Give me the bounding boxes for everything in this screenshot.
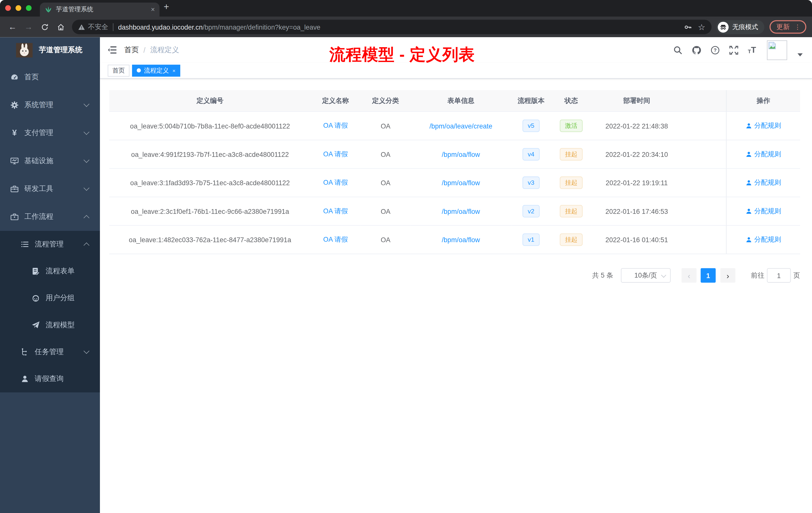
sidebar-item-label: 请假查询 xyxy=(35,374,64,384)
github-icon[interactable] xyxy=(692,45,701,55)
sidebar-item-label: 任务管理 xyxy=(35,348,64,357)
tag-close-icon[interactable]: × xyxy=(173,67,175,73)
status-badge: 激活 xyxy=(560,119,583,132)
form-link[interactable]: /bpm/oa/flow xyxy=(411,225,511,254)
avatar[interactable] xyxy=(767,40,787,60)
assign-rule-label: 分配规则 xyxy=(754,150,781,159)
page-content: 定义编号 定义名称 定义分类 表单信息 流程版本 状态 部署时间 操作 oa_l… xyxy=(100,79,812,513)
url-divider xyxy=(113,23,114,31)
table-header-row: 定义编号 定义名称 定义分类 表单信息 流程版本 状态 部署时间 操作 xyxy=(109,90,800,112)
sidebar-logo-row[interactable]: 芋道管理系统 xyxy=(0,37,100,63)
screen: 芋道管理系统 × + ← → 不安全 dashboard.yudao.iocod… xyxy=(0,0,812,513)
assign-rule-link[interactable]: 分配规则 xyxy=(746,178,781,187)
yen-icon: ¥ xyxy=(10,129,19,137)
form-link[interactable]: /bpm/oa/flow xyxy=(411,169,511,197)
definition-name-link[interactable]: OA 请假 xyxy=(311,225,360,254)
search-icon[interactable] xyxy=(673,45,683,55)
svg-text:?: ? xyxy=(714,47,717,53)
browser-update-button[interactable]: 更新 ⋮ xyxy=(770,20,806,34)
bookmark-star-icon[interactable]: ☆ xyxy=(698,22,705,32)
page-size-value: 10条/页 xyxy=(634,271,657,280)
tab-close-icon[interactable]: × xyxy=(151,6,155,13)
sidebar-item-workflow[interactable]: 工作流程 xyxy=(0,203,100,231)
row-spacer xyxy=(682,197,726,225)
user-group-icon xyxy=(32,294,40,302)
incognito-label: 无痕模式 xyxy=(732,23,758,31)
sidebar-item-dev-tools[interactable]: 研发工具 xyxy=(0,175,100,203)
sidebar-item-leave-query[interactable]: 请假查询 xyxy=(0,365,100,392)
incognito-icon xyxy=(718,22,729,32)
close-window-button[interactable] xyxy=(5,5,11,11)
tag-process-definition[interactable]: 流程定义 × xyxy=(132,64,180,76)
breadcrumb-home[interactable]: 首页 xyxy=(124,45,139,55)
main-area: 流程模型 - 定义列表 首页 / 流程定义 ? xyxy=(100,37,812,513)
new-tab-button[interactable]: + xyxy=(164,1,169,12)
deploy-time: 2022-01-22 21:48:38 xyxy=(591,112,682,140)
sidebar-item-system[interactable]: 系统管理 xyxy=(0,91,100,119)
sidebar-item-task-management[interactable]: 任务管理 xyxy=(0,338,100,365)
table-body: oa_leave:5:004b710b-7b8a-11ec-8ef0-acde4… xyxy=(109,112,800,254)
assign-rule-link[interactable]: 分配规则 xyxy=(746,207,781,216)
definition-name-link[interactable]: OA 请假 xyxy=(311,197,360,225)
page-size-select[interactable]: 10条/页 xyxy=(621,268,671,282)
next-page-button[interactable]: › xyxy=(720,268,735,282)
browser-tab[interactable]: 芋道管理系统 × xyxy=(40,2,160,17)
fullscreen-icon[interactable] xyxy=(729,45,738,55)
column-header: 定义名称 xyxy=(311,90,360,112)
tag-home[interactable]: 首页 xyxy=(108,64,129,76)
goto-page-input[interactable] xyxy=(767,268,791,282)
definition-id: oa_leave:2:3c1f0ef1-76b1-11ec-9c66-a2380… xyxy=(109,197,311,225)
sidebar-item-label: 研发工具 xyxy=(24,184,54,193)
assign-rule-label: 分配规则 xyxy=(754,235,781,244)
password-key-icon[interactable] xyxy=(684,23,692,31)
person-icon xyxy=(21,375,29,383)
assign-rule-link[interactable]: 分配规则 xyxy=(746,150,781,159)
sidebar-item-process-form[interactable]: 流程表单 xyxy=(0,258,100,284)
briefcase-icon xyxy=(10,213,19,221)
minimize-window-button[interactable] xyxy=(16,5,21,11)
security-label: 不安全 xyxy=(88,22,108,32)
definition-name-link[interactable]: OA 请假 xyxy=(311,112,360,140)
definition-id: oa_leave:4:991f2193-7b7f-11ec-a3c8-acde4… xyxy=(109,140,311,169)
reload-button[interactable] xyxy=(38,20,52,34)
tree-icon xyxy=(21,348,29,356)
form-link[interactable]: /bpm/oa/leave/create xyxy=(411,112,511,140)
sidebar: 芋道管理系统 首页 系统管理 ¥ 支付管理 xyxy=(0,37,100,513)
help-icon[interactable]: ? xyxy=(710,45,720,55)
assign-rule-link[interactable]: 分配规则 xyxy=(746,121,781,130)
assign-rule-label: 分配规则 xyxy=(754,207,781,216)
sidebar-item-process-management[interactable]: 流程管理 xyxy=(0,231,100,258)
definition-name-link[interactable]: OA 请假 xyxy=(311,169,360,197)
hamburger-fold-icon[interactable] xyxy=(108,46,116,54)
chevron-up-icon xyxy=(84,242,89,248)
home-button[interactable] xyxy=(54,20,67,34)
column-header: 部署时间 xyxy=(591,90,682,112)
assign-rule-link[interactable]: 分配规则 xyxy=(746,235,781,244)
definition-id: oa_leave:5:004b710b-7b8a-11ec-8ef0-acde4… xyxy=(109,112,311,140)
font-size-icon[interactable]: TT xyxy=(748,46,756,54)
column-header: 操作 xyxy=(726,90,800,112)
form-link[interactable]: /bpm/oa/flow xyxy=(411,140,511,169)
paper-plane-icon xyxy=(32,321,40,329)
sidebar-item-infrastructure[interactable]: 基础设施 xyxy=(0,147,100,175)
sidebar-item-home[interactable]: 首页 xyxy=(0,63,100,91)
back-button[interactable]: ← xyxy=(6,20,19,34)
column-header: 表单信息 xyxy=(411,90,511,112)
form-link[interactable]: /bpm/oa/flow xyxy=(411,197,511,225)
sidebar-item-label: 流程模型 xyxy=(46,321,75,330)
sidebar-item-process-model[interactable]: 流程模型 xyxy=(0,312,100,338)
sidebar-item-payment[interactable]: ¥ 支付管理 xyxy=(0,119,100,147)
forward-button[interactable]: → xyxy=(22,20,35,34)
browser-menu-icon[interactable]: ⋮ xyxy=(794,23,801,31)
url-bar[interactable]: 不安全 dashboard.yudao.iocoder.cn /bpm/mana… xyxy=(72,20,712,34)
chevron-down-icon xyxy=(84,157,89,163)
definition-name-link[interactable]: OA 请假 xyxy=(311,140,360,169)
current-page-button[interactable]: 1 xyxy=(701,268,716,282)
table-row: oa_leave:1:482ec033-762a-11ec-8477-a2380… xyxy=(109,225,800,254)
monitor-icon xyxy=(10,157,19,165)
prev-page-button[interactable]: ‹ xyxy=(682,268,696,282)
avatar-dropdown-caret-icon[interactable] xyxy=(798,53,803,56)
browser-toolbar: ← → 不安全 dashboard.yudao.iocoder.cn /bpm/… xyxy=(0,17,812,37)
maximize-window-button[interactable] xyxy=(26,5,32,11)
sidebar-item-user-group[interactable]: 用户分组 xyxy=(0,284,100,311)
